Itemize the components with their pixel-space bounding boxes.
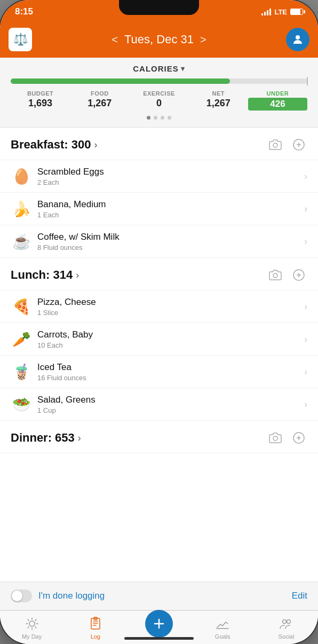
svg-line-18 [28,619,29,621]
carrots-info: Carrots, Baby 10 Each [32,329,300,349]
lunch-item-4[interactable]: 🥗 Salad, Greens 1 Cup › [0,388,318,420]
calories-section: CALORIES ▾ BUDGET 1,693 FOOD 1,267 EXERC… [0,58,318,128]
pizza-info: Pizza, Cheese 1 Slice [32,297,300,317]
add-button[interactable] [145,610,173,638]
lunch-item-1[interactable]: 🍕 Pizza, Cheese 1 Slice › [0,290,318,323]
breakfast-item-3[interactable]: ☕ Coffee, w/ Skim Milk 8 Fluid ounces › [0,225,318,257]
dinner-add-button[interactable] [290,429,307,446]
calories-progress-fill [11,78,230,84]
tab-social-label: Social [278,633,294,640]
svg-line-19 [35,627,36,628]
dinner-camera-button[interactable] [267,429,284,446]
dot-3 [161,116,164,120]
salad-icon: 🥗 [11,394,32,415]
app-logo: ⚖️ [9,28,32,51]
svg-point-29 [283,620,287,624]
prev-day-button[interactable]: < [112,34,118,46]
svg-point-30 [287,620,291,624]
breakfast-item-2[interactable]: 🍌 Banana, Medium 1 Each › [0,192,318,225]
lunch-actions [267,266,307,284]
tab-log[interactable]: Log [63,616,127,640]
home-indicator [124,637,194,640]
status-bar: 8:15 LTE [0,0,318,23]
lunch-header: Lunch: 314 › [0,258,318,290]
tab-social[interactable]: Social [255,616,318,640]
dinner-title[interactable]: Dinner: 653 › [11,431,81,445]
item-chevron: › [300,399,307,410]
social-icon [279,616,293,631]
done-logging-bar: I'm done logging Edit [0,582,318,610]
lunch-title[interactable]: Lunch: 314 › [11,268,79,282]
lte-label: LTE [274,8,287,16]
progress-marker [307,77,308,85]
dinner-actions [267,429,307,446]
log-icon [88,616,103,631]
item-chevron: › [300,334,307,345]
tab-my-day[interactable]: My Day [0,616,63,640]
breakfast-item-1[interactable]: 🥚 Scrambled Eggs 2 Each › [0,160,318,192]
salad-info: Salad, Greens 1 Cup [32,395,300,414]
iced-tea-info: Iced Tea 16 Fluid ounces [32,362,300,382]
breakfast-camera-button[interactable] [267,136,284,153]
calories-stats: BUDGET 1,693 FOOD 1,267 EXERCISE 0 NET 1… [11,90,307,111]
breakfast-chevron: › [94,139,97,151]
battery-icon [290,9,303,15]
goals-icon [215,616,230,631]
svg-point-0 [296,35,300,40]
dot-1 [147,116,150,120]
svg-point-1 [273,143,277,147]
done-logging-label[interactable]: I'm done logging [38,591,105,601]
breakfast-title[interactable]: Breakfast: 300 › [11,138,97,152]
notch [119,0,199,15]
stat-under: UNDER 426 [248,90,307,111]
item-chevron: › [300,203,307,215]
toggle-knob [12,591,22,601]
lunch-chevron: › [76,270,79,281]
lunch-add-button[interactable] [290,266,307,284]
carrots-icon: 🥕 [11,328,32,350]
breakfast-section: Breakfast: 300 › [0,128,318,258]
coffee-info: Coffee, w/ Skim Milk 8 Fluid ounces [32,232,300,252]
stat-net: NET 1,267 [189,90,248,109]
app-header: ⚖️ < Tues, Dec 31 > [0,23,318,58]
my-day-icon [25,616,39,631]
lunch-item-3[interactable]: 🧋 Iced Tea 16 Fluid ounces › [0,355,318,388]
user-avatar[interactable] [286,28,309,51]
calories-progress-bar [11,78,307,84]
dinner-chevron: › [78,433,81,444]
next-day-button[interactable]: > [200,34,206,46]
stat-budget: BUDGET 1,693 [11,90,70,109]
done-logging-toggle-wrap: I'm done logging [11,590,105,602]
banana-info: Banana, Medium 1 Each [32,199,300,219]
item-chevron: › [300,301,307,312]
calories-title[interactable]: CALORIES ▾ [11,64,307,73]
logo-emoji: ⚖️ [13,33,28,46]
status-icons: LTE [261,8,303,16]
svg-point-9 [273,436,277,441]
breakfast-actions [267,136,307,153]
coffee-icon: ☕ [11,231,32,252]
tab-add[interactable] [127,616,190,638]
lunch-camera-button[interactable] [267,266,284,284]
iced-tea-icon: 🧋 [11,361,32,382]
svg-line-20 [35,619,36,621]
done-logging-toggle[interactable] [11,590,32,602]
dot-2 [154,116,157,120]
main-content: Breakfast: 300 › [0,128,318,582]
breakfast-header: Breakfast: 300 › [0,128,318,160]
tab-goals[interactable]: Goals [191,616,255,640]
tab-log-label: Log [91,633,100,640]
svg-point-13 [29,621,35,626]
stat-exercise: EXERCISE 0 [129,90,188,109]
date-navigation: < Tues, Dec 31 > [112,33,206,46]
breakfast-add-button[interactable] [290,136,307,153]
signal-icon [261,8,271,15]
scrambled-eggs-icon: 🥚 [11,166,32,187]
lunch-section: Lunch: 314 › [0,258,318,421]
status-time: 8:15 [15,6,33,17]
dinner-header: Dinner: 653 › [0,421,318,453]
svg-rect-22 [91,618,100,629]
tab-goals-label: Goals [215,633,230,640]
edit-button[interactable]: Edit [292,591,307,601]
lunch-item-2[interactable]: 🥕 Carrots, Baby 10 Each › [0,323,318,355]
